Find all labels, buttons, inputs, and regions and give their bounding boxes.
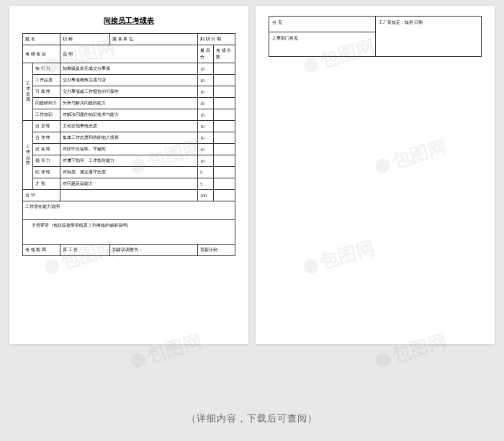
table-row: 才 智 对问题反应能力 5 (23, 178, 235, 190)
col-score: 考 绩 分 数 (214, 45, 235, 63)
item-cell: 可 靠 性 (33, 86, 60, 98)
total-max: 100 (198, 190, 214, 201)
item-cell: 问题研判力 (33, 98, 60, 109)
score-cell (214, 109, 235, 121)
item-cell: 纪 律 性 (33, 167, 60, 178)
desc-cell: 主动发现事情志度 (60, 121, 198, 132)
empty-cell (60, 190, 198, 201)
wage-label: 原 工 资 (60, 245, 110, 256)
table-row: 纪 律 性 对制度、规定遵守志度 5 (23, 167, 235, 178)
score-cell (214, 132, 235, 144)
total-label: 合 计 (23, 190, 60, 201)
desc-cell: 如期或提前完成交办事项 (60, 63, 198, 75)
group-label: 工作品性 (23, 121, 33, 190)
item-cell: 合 作 性 (33, 132, 60, 144)
table-row: 主管评语（包括应接受训练及上列考核的辅助说明） (23, 220, 235, 245)
item-cell: 实 行 力 (33, 63, 60, 75)
max-cell: 10 (198, 155, 214, 167)
table-row: 合 计 100 (23, 190, 235, 201)
table-row: 合 作 性 集体工作志度和协助他人情形 10 (23, 132, 235, 144)
col-item: 考 绩 项 目 (23, 45, 60, 63)
watermark-logo-icon (374, 351, 392, 368)
factory-review-label: 工厂复核定：核准 日期 (375, 17, 482, 57)
ratio-label: 晋薪比例： (198, 245, 235, 256)
max-cell: 10 (198, 98, 214, 109)
desc-cell: 交办事项或工作报告的可靠性 (60, 86, 198, 98)
max-cell: 10 (198, 109, 214, 121)
name-label: 姓 名 (23, 34, 60, 45)
table-row: 工作知识 对解决问题的知识技术与能力 10 (23, 109, 235, 121)
max-cell: 10 (198, 86, 214, 98)
max-cell: 10 (198, 121, 214, 132)
score-cell (214, 121, 235, 132)
col-desc: 说 明 (60, 45, 198, 63)
score-cell (214, 86, 235, 98)
score-cell (214, 144, 235, 155)
score-cell (214, 155, 235, 167)
hire-date-label: 到 职 日 期 (198, 34, 235, 45)
adjust-label: 拟建议调整为： (110, 245, 198, 256)
table-row: 工作表现 实 行 力 如期或提前完成交办事项 10 (23, 63, 235, 75)
table-row: 考 核 期 间 原 工 资 拟建议调整为： 晋薪比例： (23, 245, 235, 256)
table-row: 姓 名 职 称 服 务 单 位 到 职 日 期 (23, 34, 235, 45)
score-cell (214, 63, 235, 75)
item-cell: 忠 实 性 (33, 144, 60, 155)
document-page-1: 间接员工考绩表 姓 名 职 称 服 务 单 位 到 职 日 期 考 绩 项 目 … (9, 6, 248, 344)
max-cell: 5 (198, 167, 214, 178)
table-row: 问题研判力 分析与解决问题的能力 10 (23, 98, 235, 109)
max-cell: 10 (198, 144, 214, 155)
score-cell (214, 190, 235, 201)
group-label: 工作表现 (23, 63, 33, 121)
item-cell: 工作知识 (33, 109, 60, 121)
score-cell (214, 167, 235, 178)
max-cell: 10 (198, 75, 214, 86)
desc-cell: 对职守忠实性、守秘性 (60, 144, 198, 155)
item-cell: 工作品质 (33, 75, 60, 86)
item-cell: 自 发 性 (33, 121, 60, 132)
table-row: 领 导 力 对属下指导、工作指导能力 10 (23, 155, 235, 167)
score-cell (214, 75, 235, 86)
item-cell: 领 导 力 (33, 155, 60, 167)
score-cell (214, 178, 235, 190)
footer-note: （详细内容，下载后可查阅） (0, 412, 504, 425)
approval-table: 自 见 工厂复核定：核准 日期 人事部门意见 (269, 16, 482, 57)
desc-cell: 对解决问题的知识技术与能力 (60, 109, 198, 121)
score-cell (214, 98, 235, 109)
self-opinion-label: 自 见 (269, 17, 376, 32)
hr-opinion-label: 人事部门意见 (269, 32, 376, 57)
desc-cell: 对问题反应能力 (60, 178, 198, 190)
document-page-2: 自 见 工厂复核定：核准 日期 人事部门意见 (256, 6, 495, 344)
table-row: 工作品性 自 发 性 主动发现事情志度 10 (23, 121, 235, 132)
appraisal-table: 姓 名 职 称 服 务 单 位 到 职 日 期 考 绩 项 目 说 明 最 高 … (22, 33, 235, 256)
desc-cell: 对属下指导、工作指导能力 (60, 155, 198, 167)
max-cell: 10 (198, 132, 214, 144)
dept-label: 服 务 单 位 (110, 34, 198, 45)
max-cell: 5 (198, 178, 214, 190)
col-max: 最 高 分 (198, 45, 214, 63)
potential-label: 工作潜在能力说明 (23, 201, 235, 220)
table-row: 自 见 工厂复核定：核准 日期 (269, 17, 482, 32)
table-row: 工作品质 交办事项细致完成与否 10 (23, 75, 235, 86)
desc-cell: 集体工作志度和协助他人情形 (60, 132, 198, 144)
max-cell: 10 (198, 63, 214, 75)
table-row: 可 靠 性 交办事项或工作报告的可靠性 10 (23, 86, 235, 98)
document-title: 间接员工考绩表 (22, 16, 235, 26)
desc-cell: 交办事项细致完成与否 (60, 75, 198, 86)
watermark-logo-icon (130, 351, 147, 368)
desc-cell: 分析与解决问题的能力 (60, 98, 198, 109)
table-row: 考 绩 项 目 说 明 最 高 分 考 绩 分 数 (23, 45, 235, 63)
table-row: 工作潜在能力说明 (23, 201, 235, 220)
position-label: 职 称 (60, 34, 110, 45)
desc-cell: 对制度、规定遵守志度 (60, 167, 198, 178)
item-cell: 才 智 (33, 178, 60, 190)
table-row: 忠 实 性 对职守忠实性、守秘性 10 (23, 144, 235, 155)
period-label: 考 核 期 间 (23, 245, 60, 256)
manager-comment-label: 主管评语（包括应接受训练及上列考核的辅助说明） (23, 220, 235, 245)
